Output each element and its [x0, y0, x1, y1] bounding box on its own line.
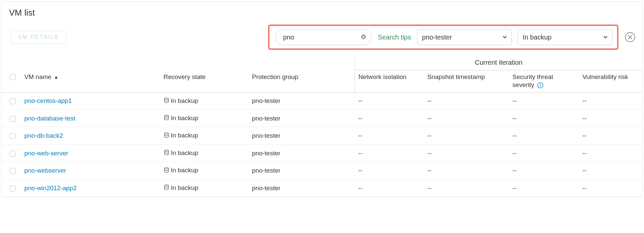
vulnerability-risk-value: --: [579, 127, 642, 144]
col-vulnerability-risk[interactable]: Vulnerability risk: [579, 70, 642, 93]
vm-list-panel: VM list VM DETAILS Search tips pno-teste…: [1, 1, 643, 197]
svg-point-8: [164, 168, 168, 169]
vm-name-link[interactable]: pno-centos-app1: [24, 97, 72, 104]
panel-title: VM list: [2, 2, 642, 21]
table-row: pno-centos-app1In backuppno-tester------…: [2, 92, 642, 110]
snapshot-timestamp-value: --: [424, 162, 509, 179]
vm-table: Current iteration VM name ▲ Recovery sta…: [2, 56, 642, 197]
network-isolation-value: --: [355, 127, 424, 144]
svg-point-7: [164, 150, 168, 151]
security-severity-value: --: [509, 127, 579, 144]
col-snapshot-timestamp[interactable]: Snapshot timestamp: [424, 70, 509, 93]
col-network-isolation[interactable]: Network isolation: [355, 70, 424, 93]
database-icon: [163, 115, 169, 122]
col-recovery-state[interactable]: Recovery state: [160, 70, 249, 93]
svg-point-4: [164, 98, 168, 99]
recovery-state-value: In backup: [171, 149, 198, 156]
chevron-down-icon: [502, 34, 507, 41]
network-isolation-value: --: [355, 92, 424, 110]
database-icon: [163, 132, 169, 140]
database-icon: [163, 97, 169, 105]
row-checkbox[interactable]: [10, 116, 16, 122]
iteration-caption: Current iteration: [355, 56, 642, 70]
clear-search-icon[interactable]: [361, 34, 367, 40]
row-checkbox[interactable]: [10, 98, 16, 104]
security-severity-value: --: [509, 162, 579, 179]
vm-name-link[interactable]: pno-db-back2: [24, 132, 63, 139]
toolbar: VM DETAILS Search tips pno-tester In bac…: [2, 21, 642, 56]
network-isolation-value: --: [355, 162, 424, 179]
select-all-checkbox[interactable]: [10, 74, 16, 80]
sort-asc-icon: ▲: [54, 74, 58, 80]
table-area: Current iteration VM name ▲ Recovery sta…: [2, 56, 642, 197]
svg-point-5: [164, 115, 168, 116]
svg-rect-3: [540, 85, 541, 87]
vulnerability-risk-value: --: [579, 110, 642, 127]
row-checkbox[interactable]: [10, 186, 16, 192]
svg-point-6: [164, 133, 168, 134]
table-row: pno-webserverIn backuppno-tester--------: [2, 162, 642, 179]
clear-filters-button[interactable]: [625, 32, 635, 42]
recovery-state-value: In backup: [171, 167, 198, 174]
vulnerability-risk-value: --: [579, 92, 642, 110]
database-icon: [163, 184, 169, 192]
protection-group-value: pno-tester: [249, 127, 355, 144]
vm-details-button[interactable]: VM DETAILS: [11, 31, 66, 44]
security-severity-value: --: [509, 110, 579, 127]
snapshot-timestamp-value: --: [424, 92, 509, 110]
info-icon[interactable]: [537, 82, 543, 88]
table-row: pno-web-serverIn backuppno-tester-------…: [2, 144, 642, 162]
protection-group-value: pno-tester: [249, 92, 355, 110]
network-isolation-value: --: [355, 110, 424, 127]
protection-group-value: pno-tester: [249, 162, 355, 179]
network-isolation-value: --: [355, 179, 424, 196]
protection-group-value: pno-tester: [249, 110, 355, 127]
vulnerability-risk-value: --: [579, 144, 642, 162]
col-protection-group[interactable]: Protection group: [249, 70, 355, 93]
vm-name-link[interactable]: pno-webserver: [24, 167, 66, 174]
col-vm-name-label: VM name: [24, 73, 51, 80]
row-checkbox[interactable]: [10, 168, 16, 174]
col-vm-name[interactable]: VM name ▲: [21, 70, 160, 93]
vm-name-link[interactable]: pno-web-server: [24, 150, 68, 157]
snapshot-timestamp-value: --: [424, 179, 509, 196]
database-icon: [163, 167, 169, 175]
recovery-state-value: In backup: [171, 115, 198, 121]
table-row: pno-win2012-app2In backuppno-tester-----…: [2, 179, 642, 196]
iteration-caption-row: Current iteration: [2, 56, 642, 70]
svg-point-2: [540, 84, 541, 84]
recovery-state-filter[interactable]: In backup: [518, 29, 612, 45]
recovery-state-value: In backup: [171, 184, 198, 191]
snapshot-timestamp-value: --: [424, 127, 509, 144]
network-isolation-value: --: [355, 144, 424, 162]
security-severity-value: --: [509, 179, 579, 196]
vm-name-link[interactable]: pno-win2012-app2: [24, 185, 76, 192]
column-header-row: VM name ▲ Recovery state Protection grou…: [2, 70, 642, 93]
database-icon: [163, 149, 169, 157]
chevron-down-icon: [603, 34, 608, 41]
vulnerability-risk-value: --: [579, 162, 642, 179]
vulnerability-risk-value: --: [579, 179, 642, 196]
protection-group-value: pno-tester: [249, 144, 355, 162]
protection-group-filter[interactable]: pno-tester: [417, 29, 512, 45]
table-row: pno-db-back2In backuppno-tester--------: [2, 127, 642, 144]
recovery-state-value: In backup: [171, 132, 198, 139]
vm-name-link[interactable]: pno-database-test: [24, 115, 75, 122]
recovery-state-value: In backup: [171, 97, 198, 104]
protection-group-value: pno-tester: [249, 179, 355, 196]
search-tips-link[interactable]: Search tips: [378, 34, 411, 41]
security-severity-value: --: [509, 144, 579, 162]
row-checkbox[interactable]: [10, 133, 16, 139]
svg-point-9: [164, 185, 168, 186]
col-security-severity-label: Security threat severity: [512, 73, 553, 88]
snapshot-timestamp-value: --: [424, 110, 509, 127]
security-severity-value: --: [509, 92, 579, 110]
row-checkbox[interactable]: [10, 151, 16, 157]
protection-group-filter-value: pno-tester: [422, 34, 452, 41]
search-input[interactable]: [275, 29, 372, 45]
filter-highlight-box: Search tips pno-tester In backup: [268, 25, 618, 50]
search-wrapper: [275, 29, 372, 45]
col-security-severity[interactable]: Security threat severity: [509, 70, 579, 93]
snapshot-timestamp-value: --: [424, 144, 509, 162]
recovery-state-filter-value: In backup: [523, 34, 552, 41]
